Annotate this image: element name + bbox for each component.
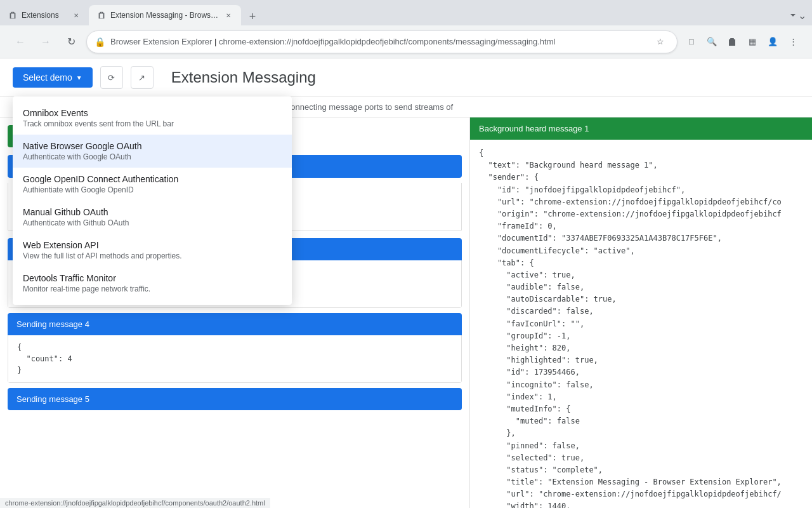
main-content: Omnibox Events Track omnibox events sent…	[0, 58, 812, 508]
more-button[interactable]: ⋮	[784, 33, 802, 51]
url-actions: ☆	[652, 33, 669, 51]
tab-title-messaging: Extension Messaging - Browse…	[110, 11, 219, 20]
dropdown-item-web-ext-api-title: Web Extension API	[23, 240, 282, 250]
new-tab-button[interactable]: +	[244, 8, 261, 25]
tab-messaging[interactable]: Extension Messaging - Browse… ✕	[89, 5, 241, 25]
background-message-body: { "text": "Background heard message 1", …	[470, 140, 812, 508]
message-box-4-header: Sending message 4	[8, 313, 462, 335]
dropdown-item-github-oauth[interactable]: Manual Github OAuth Authenticate with Gi…	[13, 201, 292, 234]
back-button[interactable]: ←	[10, 32, 30, 52]
dropdown-item-omnibox-title: Omnibox Events	[23, 108, 282, 118]
reload-button[interactable]: ↻	[61, 32, 81, 52]
select-demo-dropdown: Omnibox Events Track omnibox events sent…	[13, 97, 292, 305]
dropdown-item-native-oauth[interactable]: Native Browser Google OAuth Authenticate…	[13, 135, 292, 168]
split-view-button[interactable]: ▦	[743, 33, 761, 51]
dropdown-item-devtools-title: Devtools Traffic Monitor	[23, 273, 282, 283]
tab-bar: Extensions ✕ Extension Messaging - Brows…	[0, 0, 812, 25]
dropdown-item-devtools-subtitle: Monitor real-time page network traffic.	[23, 284, 282, 293]
tab-favicon-messaging	[96, 10, 107, 20]
background-message-header: Background heard message 1	[470, 117, 812, 140]
dropdown-item-google-openid-title: Google OpenID Connect Authentication	[23, 174, 282, 184]
dropdown-item-native-oauth-title: Native Browser Google OAuth	[23, 141, 282, 151]
address-bar: ← → ↻ 🔒 Browser Extension Explorer | chr…	[0, 25, 812, 58]
url-display: Browser Extension Explorer | chrome-exte…	[110, 37, 646, 46]
message-box-4-body: { "count": 4 }	[8, 335, 462, 383]
dropdown-item-native-oauth-subtitle: Authenticate with Google OAuth	[23, 152, 282, 161]
bookmark-button[interactable]: ☆	[652, 33, 669, 51]
status-bar: chrome-extension://jnofdoejfipgalklopidp…	[0, 498, 270, 508]
dropdown-item-omnibox[interactable]: Omnibox Events Track omnibox events sent…	[13, 102, 292, 135]
lock-icon: 🔒	[95, 37, 105, 47]
dropdown-item-devtools[interactable]: Devtools Traffic Monitor Monitor real-ti…	[13, 267, 292, 300]
tab-close-extensions[interactable]: ✕	[71, 10, 81, 20]
tab-close-messaging[interactable]: ✕	[223, 10, 233, 20]
reset-button[interactable]: ⟳	[100, 66, 123, 89]
screen-capture-button[interactable]: □	[683, 33, 700, 51]
dropdown-item-google-openid[interactable]: Google OpenID Connect Authentication Aut…	[13, 168, 292, 201]
extensions-button[interactable]	[723, 33, 741, 51]
page-header: Select demo ▼ ⟳ ↗ Extension Messaging	[0, 58, 812, 97]
right-column: Background heard message 1 { "text": "Ba…	[469, 117, 812, 508]
message-box-5-header: Sending message 5	[8, 388, 462, 410]
device-button[interactable]: 👤	[764, 33, 782, 51]
url-bar[interactable]: 🔒 Browser Extension Explorer | chrome-ex…	[86, 30, 678, 53]
tab-favicon-extensions	[8, 10, 18, 20]
dropdown-item-github-oauth-title: Manual Github OAuth	[23, 207, 282, 217]
toolbar-actions: □ 🔍 ▦ 👤 ⋮	[683, 33, 802, 51]
dropdown-item-github-oauth-subtitle: Authenticate with Github OAuth	[23, 218, 282, 227]
dropdown-item-google-openid-subtitle: Authientiate with Google OpenID	[23, 185, 282, 194]
tab-extensions[interactable]: Extensions ✕	[0, 5, 89, 25]
dropdown-item-web-ext-api[interactable]: Web Extension API View the full list of …	[13, 234, 292, 267]
tab-bar-end: ⌄	[261, 5, 812, 25]
forward-button[interactable]: →	[36, 32, 56, 52]
page-title: Extension Messaging	[171, 69, 316, 86]
tab-bar-menu[interactable]: ⌄	[787, 5, 807, 25]
message-box-4: Sending message 4 { "count": 4 }	[8, 313, 462, 383]
dropdown-item-omnibox-subtitle: Track omnibox events sent from the URL b…	[23, 119, 282, 128]
select-demo-button[interactable]: Select demo ▼	[13, 67, 93, 88]
dropdown-item-web-ext-api-subtitle: View the full list of API methods and pr…	[23, 251, 282, 260]
open-external-button[interactable]: ↗	[131, 66, 154, 89]
tab-title-extensions: Extensions	[22, 11, 67, 20]
zoom-button[interactable]: 🔍	[703, 33, 721, 51]
dropdown-arrow-icon: ▼	[76, 74, 82, 81]
